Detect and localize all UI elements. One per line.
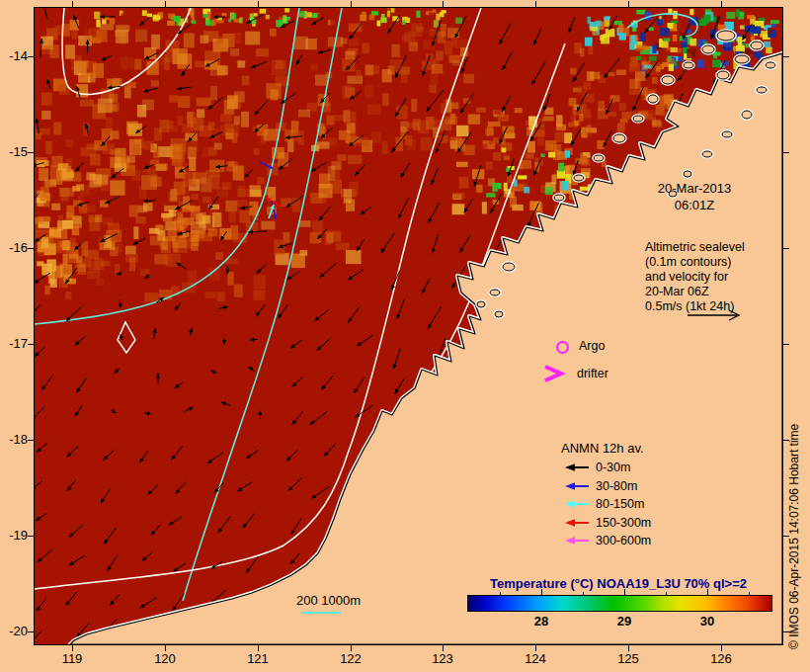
x-tick-label: 126: [699, 651, 743, 666]
x-tick-top: [628, 1, 629, 7]
x-tick-label: 121: [236, 651, 280, 666]
colorbar-minor-tick: [749, 592, 750, 596]
anmn-row: 150-300m: [559, 514, 688, 533]
drifter-label: drifter: [577, 367, 608, 381]
figure: 119120121122123124125126-14-15-16-17-18-…: [0, 0, 810, 672]
x-tick-top: [165, 1, 166, 7]
colorbar-minor-tick: [583, 592, 584, 596]
colorbar-minor-tick: [666, 592, 667, 596]
x-tick-label: 125: [607, 651, 650, 666]
drifter-marker-icon: [541, 364, 567, 383]
anmn-arrow-icon: [565, 518, 591, 528]
y-tick: [28, 152, 34, 153]
info-line1: Altimetric sealevel: [645, 240, 745, 255]
depth-scale-label: 200 1000m: [296, 593, 361, 608]
velocity-scale-arrow-icon: [686, 308, 745, 322]
x-tick-top: [721, 1, 722, 7]
x-tick-top: [72, 1, 73, 7]
x-tick-label: 120: [143, 651, 187, 666]
anmn-row: 80-150m: [559, 495, 688, 514]
date-line2: 06:01Z: [630, 197, 759, 213]
anmn-label: 300-600m: [596, 534, 651, 547]
y-tick-label: -15: [1, 144, 28, 159]
y-tick: [28, 440, 34, 441]
argo-marker-icon: [556, 341, 569, 354]
y-tick-label: -14: [1, 48, 28, 63]
anmn-arrow-icon: [565, 499, 591, 509]
anmn-row: 300-600m: [559, 532, 688, 550]
y-tick-label: -17: [1, 336, 28, 351]
anmn-label: 150-300m: [596, 516, 651, 530]
colorbar-tick: [541, 589, 542, 596]
colorbar-tick-label: 28: [526, 614, 556, 629]
anmn-arrow-icon: [565, 462, 591, 472]
date-label: 20-Mar-2013 06:01Z: [630, 180, 759, 213]
colorbar-minor-tick: [500, 592, 501, 596]
colorbar-tick: [624, 589, 625, 596]
y-tick: [28, 56, 34, 57]
y-tick-right: [783, 248, 789, 249]
anmn-arrow-icon: [565, 536, 591, 546]
y-tick-label: -19: [1, 528, 28, 543]
y-tick: [28, 344, 34, 345]
y-tick-label: -20: [1, 624, 28, 638]
x-tick-top: [351, 1, 352, 7]
x-tick-label: 123: [421, 651, 464, 666]
info-line2: (0.1m contours): [645, 255, 745, 270]
y-tick: [28, 536, 34, 537]
anmn-label: 80-150m: [596, 497, 644, 511]
x-tick-top: [258, 1, 259, 7]
date-line1: 20-Mar-2013: [630, 180, 759, 197]
info-line3: and velocity for: [645, 270, 745, 285]
anmn-label: 0-30m: [596, 461, 630, 474]
x-tick-top: [535, 1, 536, 7]
x-tick-top: [443, 1, 444, 7]
colorbar-tick: [707, 589, 708, 596]
y-tick-label: -16: [1, 240, 28, 255]
y-tick: [28, 631, 34, 632]
y-tick-right: [783, 56, 789, 57]
anmn-row: 30-80m: [559, 477, 688, 496]
y-tick-right: [783, 152, 789, 153]
x-tick-label: 119: [50, 651, 94, 666]
anmn-arrow-icon: [565, 481, 591, 491]
colorbar-gradient: [467, 595, 772, 612]
colorbar-tick-label: 30: [692, 614, 722, 629]
anmn-legend-title: ANMN 12h av.: [561, 441, 688, 456]
info-line4: 20-Mar 06Z: [645, 285, 745, 299]
depth-scale-line: [301, 612, 341, 614]
colorbar-title: Temperature (°C) NOAA19_L3U 70% ql>=2: [441, 576, 796, 591]
anmn-label: 30-80m: [596, 479, 637, 493]
y-tick-right: [783, 344, 789, 345]
x-tick-label: 122: [329, 651, 372, 666]
y-tick-label: -18: [1, 432, 28, 447]
anmn-row: 0-30m: [559, 459, 688, 477]
copyright-vertical: © IMOS 06-Apr-2015 14:07:06 Hobart time: [787, 424, 801, 649]
x-tick-label: 124: [514, 651, 557, 666]
anmn-legend: ANMN 12h av. 0-30m 30-80m 80-150m 150-30…: [559, 441, 688, 550]
colorbar-tick-label: 29: [609, 614, 639, 629]
argo-label: Argo: [579, 339, 605, 354]
altimetric-info-label: Altimetric sealevel (0.1m contours) and …: [645, 240, 745, 314]
y-tick: [28, 248, 34, 249]
